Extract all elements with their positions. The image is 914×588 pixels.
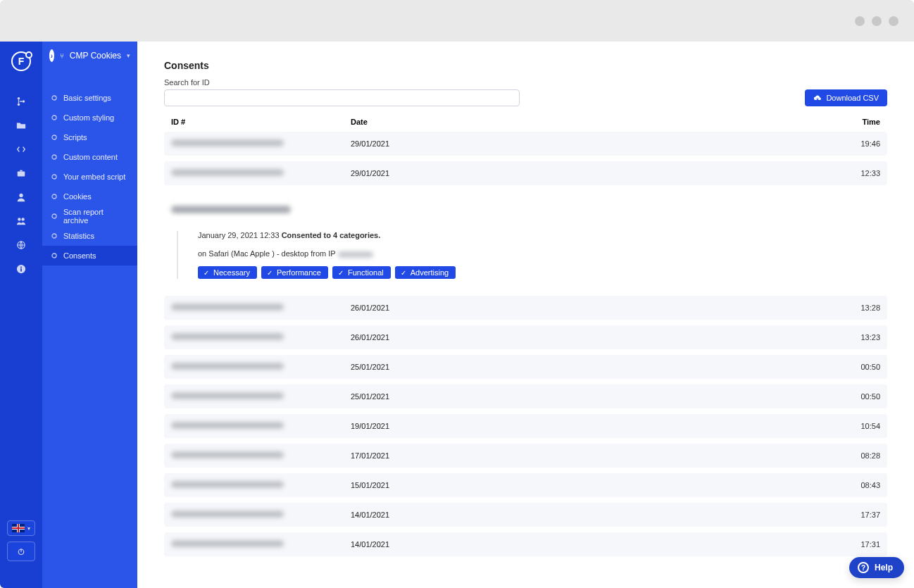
row-id-redacted	[171, 392, 351, 401]
svg-point-18	[52, 194, 56, 199]
rail-folder-icon[interactable]	[16, 120, 26, 130]
svg-point-5	[19, 194, 23, 197]
check-icon: ✓	[338, 269, 344, 277]
row-time: 17:31	[817, 540, 880, 549]
row-date: 15/01/2021	[351, 481, 817, 489]
menu-item-icon	[51, 134, 58, 141]
menu-item-label: Your embed script	[63, 173, 125, 181]
window-titlebar	[0, 0, 914, 42]
search-input[interactable]	[164, 89, 520, 106]
table-row[interactable]: 26/01/202113:23	[164, 325, 887, 349]
menu-item-icon	[51, 252, 58, 259]
svg-point-14	[52, 115, 56, 120]
sidebar-item-your-embed-script[interactable]: Your embed script	[42, 167, 137, 187]
consent-id-redacted	[171, 205, 880, 215]
power-button[interactable]	[7, 542, 35, 561]
breadcrumb[interactable]: › ⑂ CMP Cookies ▾	[42, 42, 137, 70]
page-title: Consents	[164, 60, 887, 71]
svg-point-17	[52, 175, 56, 179]
table-row[interactable]: 29/01/202119:46	[164, 132, 887, 156]
row-date: 14/01/2021	[351, 540, 817, 549]
rail-branch-icon[interactable]	[16, 96, 26, 106]
row-time: 13:23	[817, 333, 880, 342]
sidebar-item-custom-content[interactable]: Custom content	[42, 147, 137, 167]
table-row[interactable]: 14/01/202117:37	[164, 503, 887, 527]
row-id-redacted	[171, 451, 351, 460]
row-time: 00:50	[817, 363, 880, 371]
sidebar-item-basic-settings[interactable]: Basic settings	[42, 88, 137, 108]
sidebar-item-scan-report-archive[interactable]: Scan report archive	[42, 206, 137, 226]
window-dot[interactable]	[872, 16, 882, 26]
hierarchy-icon: ⑂	[60, 52, 64, 60]
category-chips: ✓Necessary✓Performance✓Functional✓Advert…	[198, 266, 880, 279]
help-widget[interactable]: ? Help	[849, 557, 904, 578]
table-row[interactable]: 25/01/202100:50	[164, 355, 887, 379]
check-icon: ✓	[204, 269, 209, 277]
menu-item-label: Statistics	[63, 232, 94, 240]
detail-summary: January 29, 2021 12:33 Consented to 4 ca…	[198, 231, 880, 239]
main-content: Consents Search for ID Download CSV ID #…	[137, 42, 914, 588]
table-row[interactable]: 25/01/202100:50	[164, 384, 887, 408]
rail-briefcase-icon[interactable]	[16, 168, 26, 178]
help-label: Help	[875, 563, 893, 573]
table-header: ID # Date Time	[164, 106, 887, 132]
sidebar-item-consents[interactable]: Consents	[42, 246, 137, 265]
sidebar-item-cookies[interactable]: Cookies	[42, 187, 137, 206]
row-id-redacted	[171, 304, 351, 312]
check-icon: ✓	[267, 269, 273, 277]
ip-redacted	[338, 251, 373, 258]
menu-item-icon	[51, 173, 58, 180]
sidebar-item-scripts[interactable]: Scripts	[42, 127, 137, 147]
app-logo-icon[interactable]: F	[11, 51, 31, 71]
chevron-down-icon: ▾	[127, 52, 130, 59]
language-selector[interactable]: ▾	[7, 520, 35, 536]
row-date: 29/01/2021	[351, 139, 817, 148]
rail-globe-icon[interactable]	[16, 240, 26, 250]
window-dot[interactable]	[889, 16, 899, 26]
menu-item-label: Custom content	[63, 153, 118, 161]
rail-users-icon[interactable]	[16, 216, 26, 226]
svg-point-21	[52, 254, 56, 258]
chevron-down-icon: ▾	[27, 525, 30, 532]
rail-user-icon[interactable]	[16, 192, 26, 202]
table-row[interactable]: 19/01/202110:54	[164, 414, 887, 438]
sidebar: › ⑂ CMP Cookies ▾ Basic settingsCustom s…	[42, 42, 137, 588]
sidebar-item-custom-styling[interactable]: Custom styling	[42, 108, 137, 127]
row-date: 17/01/2021	[351, 451, 817, 460]
download-csv-button[interactable]: Download CSV	[805, 89, 887, 106]
rail-info-icon[interactable]	[16, 264, 26, 274]
menu-item-label: Scripts	[63, 133, 87, 142]
col-id: ID #	[171, 118, 351, 126]
menu-item-label: Scan report archive	[63, 208, 129, 225]
row-id-redacted	[171, 481, 351, 489]
row-id-redacted	[171, 511, 351, 519]
table-row[interactable]: 15/01/202108:43	[164, 473, 887, 497]
table-row[interactable]: 26/01/202113:28	[164, 296, 887, 320]
table-row[interactable]: 29/01/202112:33	[164, 161, 887, 185]
svg-rect-11	[20, 267, 22, 268]
category-chip: ✓Necessary	[198, 266, 257, 279]
sidebar-menu: Basic settingsCustom stylingScriptsCusto…	[42, 88, 137, 265]
col-time: Time	[817, 118, 880, 126]
menu-item-label: Cookies	[63, 192, 92, 201]
rail-code-icon[interactable]	[16, 144, 26, 154]
svg-point-6	[18, 218, 20, 220]
consent-rows-top: 29/01/202119:4629/01/202112:33	[164, 132, 887, 185]
svg-point-13	[52, 96, 56, 100]
window-dot[interactable]	[855, 16, 865, 26]
svg-rect-3	[18, 171, 25, 176]
back-icon[interactable]: ›	[49, 49, 54, 62]
table-row[interactable]: 14/01/202117:31	[164, 532, 887, 556]
menu-item-label: Basic settings	[63, 94, 111, 102]
uk-flag-icon	[12, 524, 25, 532]
sidebar-item-statistics[interactable]: Statistics	[42, 226, 137, 246]
menu-item-label: Consents	[63, 251, 96, 260]
row-date: 25/01/2021	[351, 363, 817, 371]
row-time: 13:28	[817, 304, 880, 312]
row-id-redacted	[171, 540, 351, 549]
row-id-redacted	[171, 333, 351, 342]
table-row[interactable]: 17/01/202108:28	[164, 444, 887, 468]
row-date: 26/01/2021	[351, 304, 817, 312]
cloud-download-icon	[813, 94, 822, 102]
svg-point-19	[52, 214, 56, 218]
